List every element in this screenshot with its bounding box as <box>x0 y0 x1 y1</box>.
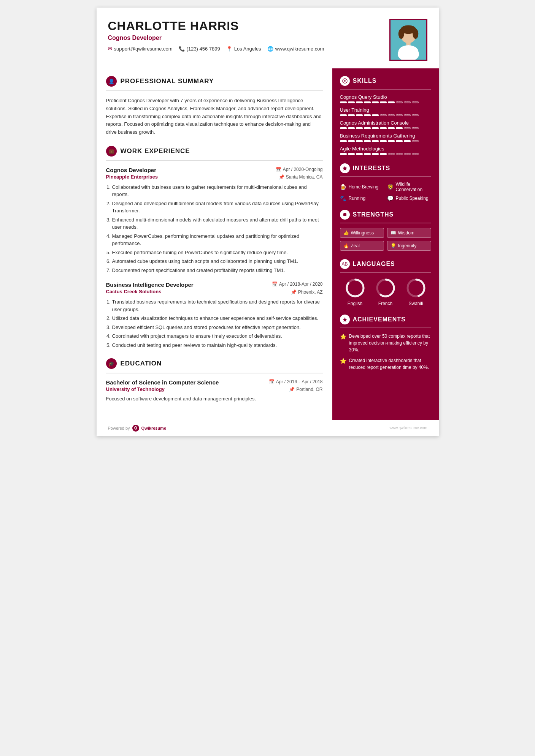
skill-dot <box>388 140 395 142</box>
edu-degree: Bachelor of Science in Computer Science <box>106 379 219 386</box>
strengths-header: STRENGTHS <box>340 210 431 220</box>
list-item: Enhanced multi-dimensional models with c… <box>112 216 323 231</box>
skill-dot <box>372 127 379 129</box>
email-value: support@qwikresume.com <box>114 46 173 52</box>
strengths-title: STRENGTHS <box>353 211 394 218</box>
education-title: EDUCATION <box>121 360 162 367</box>
interest-2: 🦁 Wildlife Conservation <box>387 182 431 192</box>
strength-4-label: Ingenuity <box>398 243 417 248</box>
list-item: Documented report specifications and cre… <box>112 267 323 274</box>
skill-dot <box>388 101 395 103</box>
work-experience-section: 💼 WORK EXPERIENCE Cognos Developer 📅 Apr… <box>106 146 323 349</box>
skill-dot <box>404 127 411 129</box>
skill-dot <box>372 140 379 142</box>
edu-dates: 📅 Apr / 2016 - Apr / 2018 <box>269 379 323 384</box>
skill-dot <box>404 140 411 142</box>
list-item: Designed and developed multidimensional … <box>112 200 323 215</box>
language-circle <box>375 277 396 299</box>
main-content: 👤 PROFESSIONAL SUMMARY Proficient Cognos… <box>97 68 439 420</box>
summary-section: 👤 PROFESSIONAL SUMMARY Proficient Cognos… <box>106 76 323 136</box>
languages-divider <box>340 272 431 273</box>
strength-1-icon: 👍 <box>343 230 349 236</box>
skill-dot <box>396 153 403 155</box>
skill-dot <box>356 153 363 155</box>
interest-1-label: Home Brewing <box>349 184 379 190</box>
skill-dot <box>380 127 387 129</box>
skill-bar <box>340 101 431 103</box>
job-2-title: Business Intelligence Developer <box>106 282 194 288</box>
job-1-company-row: Pineapple Enterprises 📌 Santa Monica, CA <box>106 174 323 180</box>
interests-icon <box>340 163 350 173</box>
contact-info: ✉ support@qwikresume.com 📞 (123) 456 789… <box>108 46 389 52</box>
strengths-section: STRENGTHS 👍 Willingness 📖 Wisdom 🔥 Zeal <box>340 210 431 251</box>
skill-dot <box>340 140 347 142</box>
achievements-icon <box>340 315 350 324</box>
phone-value: (123) 456 7899 <box>187 46 220 52</box>
skill-dot <box>372 114 379 116</box>
achievement-icon: ⭐ <box>340 358 346 364</box>
header-left: CHARLOTTE HARRIS Cognos Developer ✉ supp… <box>108 19 389 61</box>
skill-dot <box>348 127 355 129</box>
skill-dot <box>396 140 403 142</box>
summary-title: PROFESSIONAL SUMMARY <box>121 77 214 85</box>
skill-dot <box>412 153 419 155</box>
interest-4: 💬 Public Speaking <box>387 195 431 201</box>
skill-dot <box>388 127 395 129</box>
left-column: 👤 PROFESSIONAL SUMMARY Proficient Cognos… <box>97 68 332 420</box>
calendar-icon-2: 📅 <box>272 282 278 287</box>
language-circle <box>344 277 366 299</box>
skill-dot <box>396 101 403 103</box>
skill-name: Cognos Query Studio <box>340 94 431 100</box>
interests-grid: 🍺 Home Brewing 🦁 Wildlife Conservation 🐾… <box>340 182 431 201</box>
skill-dot <box>404 101 411 103</box>
education-header: 🎓 EDUCATION <box>106 358 323 369</box>
languages-title: LANGUAGES <box>353 261 395 267</box>
svg-point-9 <box>344 80 346 82</box>
resume-document: CHARLOTTE HARRIS Cognos Developer ✉ supp… <box>97 8 439 436</box>
footer: Powered by Q Qwikresume www.qwikresume.c… <box>97 420 439 436</box>
svg-marker-10 <box>343 166 347 171</box>
language-item: French <box>375 277 396 306</box>
language-name: English <box>348 301 362 306</box>
list-item: Developed efficient SQL queries and stor… <box>112 324 323 331</box>
skill-dot <box>388 153 395 155</box>
skill-dot <box>412 114 419 116</box>
calendar-icon-edu: 📅 <box>269 379 275 384</box>
interests-header: INTERESTS <box>340 163 431 173</box>
footer-brand: Qwikresume <box>141 426 166 430</box>
language-item: Swahili <box>405 277 427 306</box>
skill-bar <box>340 140 431 142</box>
job-2-location: 📌 Phoenix, AZ <box>291 289 323 295</box>
interest-4-icon: 💬 <box>387 195 394 201</box>
language-name: French <box>378 301 392 306</box>
skill-dot <box>412 140 419 142</box>
strengths-grid: 👍 Willingness 📖 Wisdom 🔥 Zeal 💡 Ingenuit… <box>340 228 431 251</box>
list-item: Translated business requirements into te… <box>112 298 323 313</box>
interest-2-icon: 🦁 <box>387 184 394 190</box>
skill-dot <box>364 114 371 116</box>
website-icon: 🌐 <box>267 46 273 52</box>
skill-dot <box>380 140 387 142</box>
job-1-date: 📅 Apr / 2020-Ongoing <box>276 167 323 172</box>
job-2-company: Cactus Creek Solutions <box>106 289 162 294</box>
list-item: Collaborated with business users to gath… <box>112 183 323 198</box>
interest-4-label: Public Speaking <box>396 196 429 201</box>
languages-icon: AB <box>340 259 350 269</box>
skill-dot <box>412 127 419 129</box>
job-1-title: Cognos Developer <box>106 167 157 173</box>
summary-divider <box>106 90 323 91</box>
summary-icon: 👤 <box>106 76 117 87</box>
right-column: SKILLS Cognos Query StudioUser TrainingC… <box>332 68 439 420</box>
achievements-list: ⭐Developed over 50 complex reports that … <box>340 333 431 371</box>
work-title: WORK EXPERIENCE <box>121 147 190 155</box>
skill-dot <box>372 101 379 103</box>
job-1-company: Pineapple Enterprises <box>106 174 158 180</box>
svg-point-5 <box>413 29 418 39</box>
skills-list: Cognos Query StudioUser TrainingCognos A… <box>340 94 431 155</box>
achievement-item: ⭐Developed over 50 complex reports that … <box>340 333 431 353</box>
phone-icon: 📞 <box>179 46 185 52</box>
skill-dot <box>340 114 347 116</box>
work-icon: 💼 <box>106 146 117 157</box>
edu-school: University of Technology <box>106 386 165 392</box>
list-item: Executed performance tuning on PowerCube… <box>112 249 323 256</box>
